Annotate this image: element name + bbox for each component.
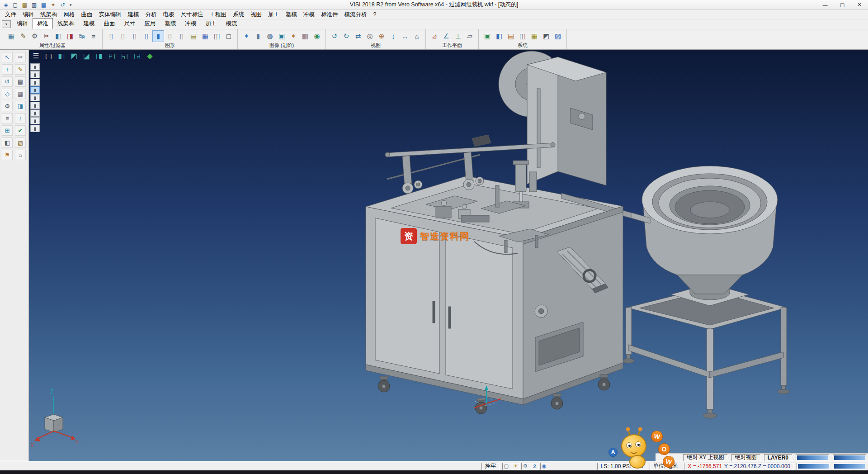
view-cube-icon[interactable]: ◪ xyxy=(80,51,93,61)
filter-toggle-icon[interactable]: ▮ xyxy=(30,102,40,109)
tool-icon[interactable]: ▯ xyxy=(164,30,176,42)
menu-item[interactable]: 标准件 xyxy=(318,10,341,19)
qat-icon[interactable]: ✦ xyxy=(49,1,57,9)
ribbon-tab[interactable]: 塑膜 xyxy=(160,18,181,29)
view-cube-icon[interactable]: ◲ xyxy=(131,51,143,61)
layer-indicator[interactable]: LAYER0 xyxy=(764,454,792,461)
mascot-overlay[interactable]: A WOW xyxy=(606,427,676,472)
tool-icon[interactable]: ⌂ xyxy=(15,150,26,160)
tool-icon[interactable]: ▤ xyxy=(505,30,517,42)
tool-icon[interactable]: ◨ xyxy=(64,30,76,42)
tool-icon[interactable]: ◨ xyxy=(15,101,26,111)
view-cube-icon[interactable]: ◱ xyxy=(118,51,131,61)
tool-icon[interactable]: ⇄ xyxy=(352,30,364,42)
tool-icon[interactable]: ✎ xyxy=(17,30,29,42)
tool-icon[interactable]: ✎ xyxy=(15,64,26,75)
tool-icon[interactable]: ⚙ xyxy=(2,101,13,111)
tool-icon[interactable]: ▦ xyxy=(15,89,26,99)
tool-icon[interactable]: ↔ xyxy=(399,30,411,42)
view-cube-icon[interactable]: ◩ xyxy=(68,51,80,61)
tool-icon[interactable]: ↺ xyxy=(329,30,340,42)
tool-icon[interactable]: ✂ xyxy=(41,30,52,42)
ribbon-tab[interactable]: 加工 xyxy=(201,18,222,29)
tool-icon[interactable]: ◇ xyxy=(2,89,13,99)
tool-icon[interactable]: ◻ xyxy=(223,30,235,42)
tool-icon[interactable]: ⚑ xyxy=(2,150,13,160)
tool-icon[interactable]: ◫ xyxy=(211,30,223,42)
filter-toggle-icon[interactable]: ▮ xyxy=(30,125,40,132)
tool-icon[interactable]: ▦ xyxy=(528,30,540,42)
tool-icon[interactable]: ◎ xyxy=(364,30,376,42)
view-cube-icon[interactable]: ▢ xyxy=(42,51,55,61)
tool-icon[interactable]: ◧ xyxy=(2,137,13,148)
tool-icon[interactable]: ⊞ xyxy=(2,125,13,136)
color-scale-swatch[interactable] xyxy=(796,454,829,461)
view-mode-indicator[interactable]: 绝对 XY 上视图 xyxy=(683,454,727,461)
qat-icon[interactable]: ▥ xyxy=(30,1,38,9)
color-scale-swatch[interactable] xyxy=(833,463,866,470)
tab-dropdown-button[interactable]: ▾ xyxy=(2,20,11,28)
viewport-3d[interactable]: Z x y ☰▢◧◩◪◨◰◱◲◆ ▮▮▮▮▮▮▮▮▮ 资 智造资料网 xyxy=(29,50,868,461)
menu-item[interactable]: 模流分析 xyxy=(341,10,370,19)
tool-icon[interactable]: ≡ xyxy=(2,113,13,123)
close-button[interactable]: ✕ xyxy=(851,0,868,9)
status-icon[interactable]: ◉ xyxy=(540,463,548,470)
tool-icon[interactable]: ▥ xyxy=(299,30,311,42)
tool-icon[interactable]: ∠ xyxy=(440,30,452,42)
tool-icon[interactable]: ✂ xyxy=(15,52,26,62)
qat-chevron-icon[interactable]: ▾ xyxy=(68,3,74,7)
status-icon[interactable]: ▢ xyxy=(502,463,510,470)
ribbon-tab[interactable]: 冲模 xyxy=(181,18,201,29)
tool-icon[interactable]: ≡ xyxy=(88,30,99,42)
ribbon-tab[interactable]: 标准 xyxy=(33,18,53,29)
maximize-button[interactable]: ▢ xyxy=(834,0,851,9)
tool-icon[interactable]: ▤ xyxy=(15,76,26,87)
tool-icon[interactable]: ▦ xyxy=(5,30,17,42)
tool-icon[interactable]: ▣ xyxy=(276,30,288,42)
snap-lock-label[interactable]: 拴牢 xyxy=(481,463,500,470)
tool-icon[interactable]: ▱ xyxy=(464,30,476,42)
tool-icon[interactable]: ↕ xyxy=(15,113,26,123)
view-cube-icon[interactable]: ◨ xyxy=(93,51,105,61)
tool-icon[interactable]: ▯ xyxy=(105,30,117,42)
ribbon-tab[interactable]: 建模 xyxy=(79,18,99,29)
app-icon[interactable]: ◈ xyxy=(2,1,10,9)
tool-icon[interactable]: ◩ xyxy=(540,30,552,42)
tool-icon[interactable]: ◧ xyxy=(493,30,505,42)
tool-icon[interactable]: ▧ xyxy=(15,137,26,148)
menu-item[interactable]: 加工 xyxy=(265,10,283,19)
qat-icon[interactable]: ▤ xyxy=(20,1,29,9)
view-cube-icon[interactable]: ◧ xyxy=(55,51,67,61)
tool-icon[interactable]: ▮ xyxy=(152,30,164,42)
tool-icon[interactable]: ↻ xyxy=(340,30,352,42)
tool-icon[interactable]: ＋ xyxy=(2,64,13,75)
qat-icon[interactable]: ▢ xyxy=(11,1,19,9)
ribbon-tab[interactable]: 应用 xyxy=(140,18,160,29)
tool-icon[interactable]: ◍ xyxy=(264,30,276,42)
status-icon[interactable]: ⚙ xyxy=(521,463,529,470)
qat-icon[interactable]: ▦ xyxy=(39,1,48,9)
qat-icon[interactable]: ↺ xyxy=(58,1,67,9)
menu-item[interactable]: 塑模 xyxy=(283,10,300,19)
ribbon-tab[interactable]: 编辑 xyxy=(12,18,33,29)
tool-icon[interactable]: ▦ xyxy=(199,30,211,42)
menu-item[interactable]: ? xyxy=(370,10,380,19)
tool-icon[interactable]: ↕ xyxy=(387,30,399,42)
tool-icon[interactable]: ↖ xyxy=(2,52,13,62)
filter-toggle-icon[interactable]: ▮ xyxy=(30,71,40,78)
tool-icon[interactable]: ✦ xyxy=(288,30,299,42)
filter-toggle-icon[interactable]: ▮ xyxy=(30,86,40,94)
view-cube-icon[interactable]: ◆ xyxy=(144,51,156,61)
tool-icon[interactable]: ▯ xyxy=(117,30,129,42)
status-icon[interactable]: 2 xyxy=(531,463,539,470)
ribbon-tab[interactable]: 模流 xyxy=(222,18,242,29)
tool-icon[interactable]: ✦ xyxy=(241,30,252,42)
menu-item[interactable]: 冲模 xyxy=(300,10,318,19)
tool-icon[interactable]: ▯ xyxy=(141,30,152,42)
taskbar-strip[interactable] xyxy=(0,470,868,474)
color-scale-swatch[interactable] xyxy=(833,454,866,461)
tool-icon[interactable]: ▯ xyxy=(176,30,188,42)
filter-toggle-icon[interactable]: ▮ xyxy=(30,94,40,101)
tool-icon[interactable]: ✔ xyxy=(15,125,26,136)
ribbon-tab[interactable]: 曲面 xyxy=(99,18,120,29)
